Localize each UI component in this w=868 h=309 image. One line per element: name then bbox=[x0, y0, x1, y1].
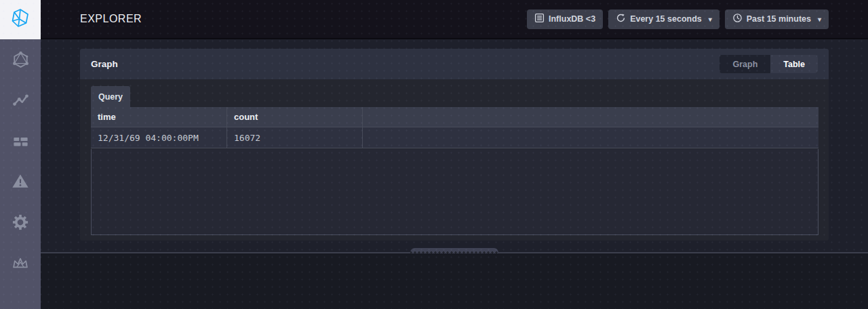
sidebar-item-dashboards[interactable] bbox=[0, 121, 41, 161]
graph-panel-body: Query time count 12/31/69 04:00:00PM 160… bbox=[80, 79, 829, 241]
chevron-down-icon: ▾ bbox=[818, 16, 821, 23]
view-toggle: Graph Table bbox=[719, 55, 818, 73]
sidebar-item-hosts[interactable] bbox=[0, 39, 41, 80]
sidebar-item-alerts[interactable] bbox=[0, 161, 41, 202]
sidebar bbox=[0, 0, 41, 309]
timerange-label: Past 15 minutes bbox=[747, 14, 811, 24]
graph-panel-header: Graph Graph Table bbox=[80, 49, 829, 79]
table-header-row: time count bbox=[91, 107, 818, 127]
sidebar-item-crown[interactable] bbox=[0, 243, 41, 283]
sidebar-nav bbox=[0, 39, 41, 283]
chevron-down-icon: ▾ bbox=[709, 16, 712, 23]
table-row: 12/31/69 04:00:00PM 16072 bbox=[91, 127, 818, 148]
cell-count: 16072 bbox=[227, 127, 363, 148]
data-explorer-pulse-icon bbox=[12, 91, 30, 110]
timerange-dropdown[interactable]: Past 15 minutes ▾ bbox=[725, 9, 829, 29]
toggle-table-option[interactable]: Table bbox=[770, 55, 818, 73]
graph-panel-title: Graph bbox=[91, 59, 118, 69]
crown-icon bbox=[11, 253, 30, 272]
query-builder-section: QUERIES + SELECT count("usage_idle") FRO… bbox=[41, 253, 868, 309]
cell-time: 12/31/69 04:00:00PM bbox=[91, 127, 227, 148]
page-title: EXPLORER bbox=[80, 13, 142, 25]
top-header: EXPLORER InfluxDB <3 Every 15 seconds bbox=[41, 0, 868, 39]
refresh-icon bbox=[616, 13, 626, 25]
hosts-hexagon-icon bbox=[12, 51, 30, 69]
column-header-count: count bbox=[227, 107, 363, 127]
admin-gear-icon bbox=[11, 213, 30, 232]
column-header-empty bbox=[363, 107, 818, 127]
sidebar-item-admin[interactable] bbox=[0, 202, 41, 243]
results-table: time count 12/31/69 04:00:00PM 16072 bbox=[91, 107, 818, 235]
alerts-triangle-icon bbox=[11, 172, 30, 191]
cell-empty bbox=[363, 127, 818, 148]
header-actions: InfluxDB <3 Every 15 seconds ▾ Past 15 m… bbox=[527, 9, 829, 29]
table-empty-area bbox=[91, 149, 818, 235]
autorefresh-label: Every 15 seconds bbox=[630, 14, 702, 24]
dashboards-grid-icon bbox=[12, 132, 30, 150]
source-button[interactable]: InfluxDB <3 bbox=[527, 9, 603, 29]
main-content: Graph Graph Table Query time count 12/31… bbox=[41, 39, 868, 309]
graph-panel: Graph Graph Table Query time count 12/31… bbox=[80, 49, 829, 241]
query-tab[interactable]: Query bbox=[91, 86, 130, 107]
clock-icon bbox=[732, 13, 743, 25]
column-header-time: time bbox=[91, 107, 227, 127]
toggle-graph-option[interactable]: Graph bbox=[719, 55, 770, 73]
source-icon bbox=[534, 13, 545, 25]
sidebar-item-data-explorer[interactable] bbox=[0, 80, 41, 121]
source-button-label: InfluxDB <3 bbox=[549, 14, 595, 24]
influxdb-logo-icon bbox=[9, 7, 31, 32]
autorefresh-dropdown[interactable]: Every 15 seconds ▾ bbox=[608, 9, 719, 29]
sidebar-item-home[interactable] bbox=[0, 0, 41, 39]
